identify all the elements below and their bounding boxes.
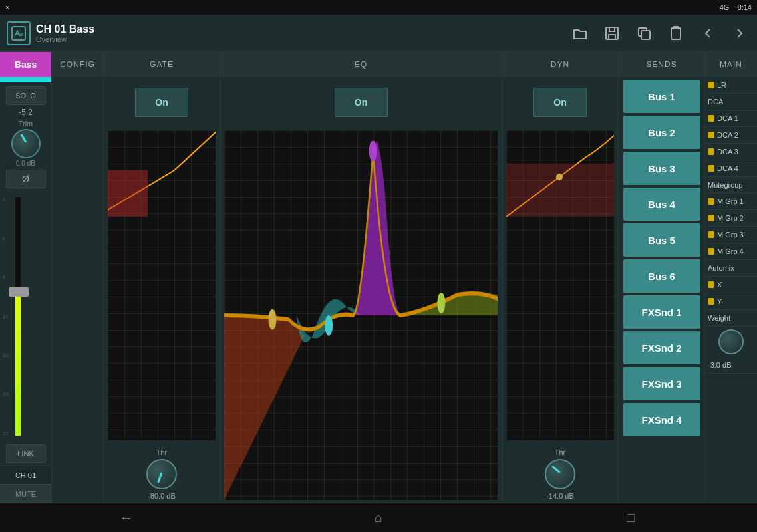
gate-thr-knob[interactable] xyxy=(146,459,177,489)
main-item-label: DCA xyxy=(708,98,723,106)
bus-button[interactable]: FXSnd 4 xyxy=(623,403,700,436)
dyn-thr-knob[interactable] xyxy=(545,459,575,489)
svg-line-9 xyxy=(174,130,216,170)
folder-icon[interactable] xyxy=(569,23,591,44)
phi-button[interactable]: Ø xyxy=(6,170,46,188)
forward-icon[interactable] xyxy=(729,23,750,44)
sends-list: Bus 1Bus 2Bus 3Bus 4Bus 5Bus 6FXSnd 1FXS… xyxy=(619,80,704,436)
main-items-list: LRDCADCA 1DCA 2DCA 3DCA 4MutegroupM Grp … xyxy=(705,77,757,374)
dyn-section: DYN On Thr -14.0 dB xyxy=(502,52,619,503)
svg-rect-15 xyxy=(506,164,614,217)
main-item-label: M Grp 4 xyxy=(717,247,744,255)
svg-rect-3 xyxy=(606,27,618,39)
trim-db: 0.0 dB xyxy=(16,160,35,167)
svg-point-12 xyxy=(369,140,377,161)
main-item[interactable]: DCA 1 xyxy=(705,110,757,127)
fader-scale-5: 5 xyxy=(3,274,9,280)
fader-scale-50: 50 xyxy=(3,430,9,436)
channel-info: CH 01 Bass Overview xyxy=(36,23,94,43)
main-item: Automix xyxy=(705,260,757,277)
fader-scale-0: 0 xyxy=(3,235,9,241)
svg-rect-10 xyxy=(108,170,148,217)
copy-icon[interactable] xyxy=(633,23,655,44)
weight-knob[interactable] xyxy=(718,329,744,354)
main-dot xyxy=(708,248,714,255)
eq-curve-svg xyxy=(224,130,498,500)
channel-strip: Bass SOLO -5.2 Trim 0.0 dB Ø 5 0 5 10 20… xyxy=(0,52,52,503)
gate-on-button[interactable]: On xyxy=(135,88,188,117)
dyn-thr-label: Thr xyxy=(555,448,566,456)
dyn-header: DYN xyxy=(502,52,618,77)
main-dot xyxy=(708,82,714,88)
bus-button[interactable]: FXSnd 1 xyxy=(623,295,700,329)
main-item-label: DCA 2 xyxy=(717,131,738,139)
trim-knob[interactable] xyxy=(11,129,41,158)
channel-sub: Overview xyxy=(36,35,94,43)
main-item-label: DCA 3 xyxy=(717,148,738,156)
status-left-icon: × xyxy=(5,3,9,11)
clipboard-icon[interactable] xyxy=(665,23,686,44)
main-item[interactable]: DCA 2 xyxy=(705,127,757,144)
svg-point-16 xyxy=(556,174,563,180)
main-item[interactable]: M Grp 2 xyxy=(705,210,757,227)
main-item[interactable]: DCA 3 xyxy=(705,144,757,160)
fader-scale-20: 20 xyxy=(3,352,9,358)
back-icon[interactable] xyxy=(697,23,718,44)
main-item-label: DCA 4 xyxy=(717,164,738,172)
channel-name: CH 01 Bass xyxy=(36,23,94,35)
dyn-thr-area: Thr -14.0 dB xyxy=(502,443,618,503)
trim-value: -5.2 xyxy=(19,108,33,117)
main-item[interactable]: X xyxy=(705,277,757,293)
main-item[interactable]: M Grp 3 xyxy=(705,227,757,243)
main-item[interactable]: LR xyxy=(705,77,757,94)
main-item-label: Automix xyxy=(708,264,734,272)
main-item: Mutegroup xyxy=(705,177,757,194)
nav-recents-icon[interactable]: □ xyxy=(621,508,641,528)
eq-header: EQ xyxy=(220,52,502,77)
gate-thr-value: -80.0 dB xyxy=(148,492,176,500)
bus-button[interactable]: Bus 1 xyxy=(623,80,700,113)
config-section: CONFIG xyxy=(52,52,104,503)
trim-label: Trim xyxy=(19,120,33,128)
main-layout: Bass SOLO -5.2 Trim 0.0 dB Ø 5 0 5 10 20… xyxy=(0,52,757,503)
main-item[interactable]: M Grp 1 xyxy=(705,194,757,210)
svg-point-13 xyxy=(437,293,445,313)
save-icon[interactable] xyxy=(601,23,623,44)
bus-button[interactable]: Bus 2 xyxy=(623,116,700,149)
eq-on-button[interactable]: On xyxy=(335,88,388,117)
bass-button[interactable]: Bass xyxy=(0,52,51,77)
dyn-graph xyxy=(506,130,614,440)
nav-home-icon[interactable]: ⌂ xyxy=(369,508,388,528)
nav-back-icon[interactable]: ← xyxy=(116,508,136,528)
gate-thr-area: Thr -80.0 dB xyxy=(104,443,220,503)
main-item[interactable]: Y xyxy=(705,293,757,310)
dyn-on-button[interactable]: On xyxy=(533,88,587,117)
main-item[interactable]: DCA 4 xyxy=(705,160,757,177)
dyn-curve-svg xyxy=(506,130,614,440)
main-section: MAIN LRDCADCA 1DCA 2DCA 3DCA 4MutegroupM… xyxy=(705,52,757,503)
air-logo: IR xyxy=(7,21,31,45)
status-right: 4G 8:14 xyxy=(720,3,752,11)
bus-button[interactable]: Bus 3 xyxy=(623,152,700,185)
mute-button[interactable]: MUTE xyxy=(0,484,51,503)
main-item-label: Y xyxy=(717,297,722,305)
bus-button[interactable]: Bus 6 xyxy=(623,259,700,293)
main-item[interactable]: M Grp 4 xyxy=(705,243,757,260)
bus-button[interactable]: FXSnd 2 xyxy=(623,331,700,364)
fader-thumb[interactable] xyxy=(9,287,29,297)
main-item: -3.0 dB xyxy=(705,357,757,374)
main-dot xyxy=(708,115,714,122)
bus-button[interactable]: FXSnd 3 xyxy=(623,367,700,400)
gate-curve-svg xyxy=(108,130,216,440)
gate-graph xyxy=(108,130,216,440)
svg-point-14 xyxy=(268,309,276,330)
gate-thr-label: Thr xyxy=(156,448,168,456)
bus-button[interactable]: Bus 5 xyxy=(623,223,700,257)
link-button[interactable]: LINK xyxy=(6,444,46,463)
main-item-label: DCA 1 xyxy=(717,114,738,122)
solo-button[interactable]: SOLO xyxy=(6,86,46,105)
config-content xyxy=(52,77,103,503)
main-item-label: M Grp 3 xyxy=(717,231,744,239)
bus-button[interactable]: Bus 4 xyxy=(623,188,700,221)
main-item-label: LR xyxy=(717,81,726,89)
